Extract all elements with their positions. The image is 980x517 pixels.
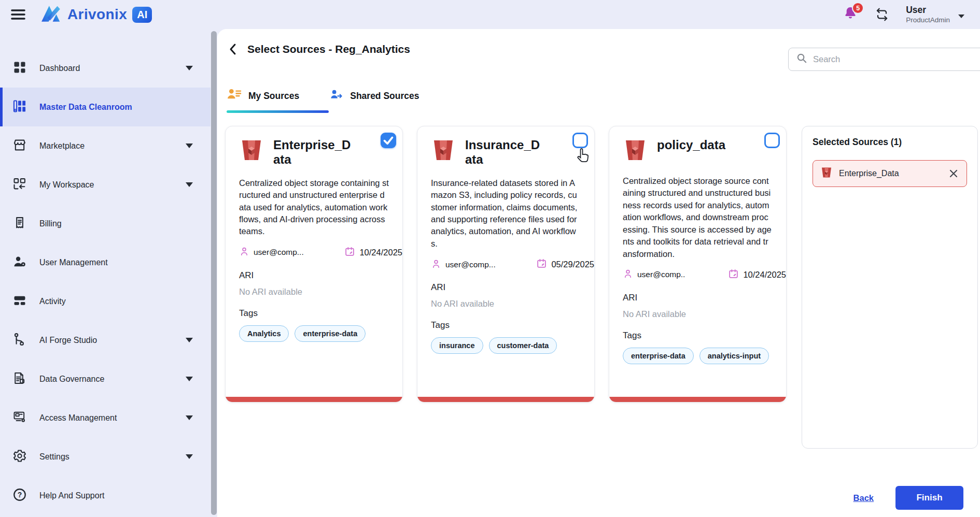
selected-sources-title: Selected Sources (1) xyxy=(813,137,967,148)
s3-bucket-icon xyxy=(820,166,833,181)
brand-logo[interactable]: Arivonix AI xyxy=(40,4,152,25)
brand-logo-icon xyxy=(40,4,62,25)
chevron-down-icon xyxy=(186,143,193,148)
sidebar-scrollbar[interactable] xyxy=(211,29,217,517)
calendar-icon xyxy=(344,246,355,259)
s3-bucket-icon xyxy=(239,138,264,167)
selected-sources-panel: Selected Sources (1) Enterprise_Data xyxy=(802,126,978,449)
search-icon xyxy=(796,52,808,66)
tag-pill: insurance xyxy=(431,337,483,354)
search-input[interactable] xyxy=(813,54,977,64)
sidebar-item-master-data-cleanroom[interactable]: Master Data Cleanroom xyxy=(0,88,211,126)
tag-pill: enterprise-data xyxy=(295,325,366,342)
top-bar: Arivonix AI 5 User ProductAdmin xyxy=(0,0,980,29)
source-checkbox[interactable] xyxy=(764,133,780,148)
selected-source-name: Enterprise_Data xyxy=(839,169,899,178)
dashboard-icon xyxy=(12,60,27,77)
sidebar: Dashboard Master Data Cleanroom Marketpl… xyxy=(0,29,211,517)
tags-label: Tags xyxy=(431,320,581,331)
selected-source-item[interactable]: Enterprise_Data xyxy=(813,160,967,187)
sidebar-item-access-management[interactable]: Access Management xyxy=(0,398,211,437)
gear-icon xyxy=(12,449,27,465)
tab-shared-sources[interactable]: Shared Sources xyxy=(329,87,419,113)
sidebar-item-label: Billing xyxy=(39,219,62,228)
sidebar-item-user-management[interactable]: User Management xyxy=(0,243,211,282)
sidebar-item-label: Help And Support xyxy=(39,491,104,500)
tag-pill: customer-data xyxy=(489,337,557,354)
chevron-down-icon xyxy=(958,15,964,18)
sidebar-item-ai-forge-studio[interactable]: AI Forge Studio xyxy=(0,321,211,360)
main-content: Select Sources - Reg_Analytics My Source… xyxy=(217,29,980,517)
ari-label: ARI xyxy=(623,293,773,303)
chevron-down-icon xyxy=(186,66,193,70)
notification-count-badge: 5 xyxy=(852,2,864,14)
source-checkbox[interactable] xyxy=(572,133,588,148)
source-owner: user@comp... xyxy=(254,248,304,257)
search-box[interactable] xyxy=(788,48,980,71)
tag-pill: analytics-input xyxy=(699,348,769,364)
chevron-down-icon xyxy=(186,182,193,187)
tab-my-sources[interactable]: My Sources xyxy=(227,87,299,113)
source-date: 10/24/2025 xyxy=(359,248,402,257)
chevron-down-icon xyxy=(186,415,193,420)
source-checkbox[interactable] xyxy=(381,133,396,148)
person-icon xyxy=(239,246,249,258)
page-title: Select Sources - Reg_Analytics xyxy=(247,43,410,55)
sidebar-item-label: Dashboard xyxy=(39,64,80,73)
sidebar-item-help-and-support[interactable]: ? Help And Support xyxy=(0,476,211,515)
tag-pill: Analytics xyxy=(239,325,289,342)
user-menu[interactable]: User ProductAdmin xyxy=(906,5,964,25)
brand-name: Arivonix xyxy=(67,6,127,23)
back-button[interactable]: Back xyxy=(853,493,874,503)
ari-value: No ARI available xyxy=(623,309,773,319)
user-name: User xyxy=(906,5,950,16)
shared-sources-icon xyxy=(329,88,343,104)
sidebar-item-label: Activity xyxy=(39,297,66,306)
source-card-policy-data[interactable]: policy_data Centralized object storage s… xyxy=(609,126,787,403)
sidebar-item-billing[interactable]: Billing xyxy=(0,204,211,243)
hamburger-menu-icon[interactable] xyxy=(9,6,27,23)
source-owner: user@comp... xyxy=(445,260,496,269)
notifications-button[interactable]: 5 xyxy=(843,6,858,23)
sidebar-item-label: Access Management xyxy=(39,413,117,423)
finish-button[interactable]: Finish xyxy=(895,486,963,510)
source-title: Enterprise_Data xyxy=(273,138,352,167)
user-management-icon xyxy=(12,254,27,271)
cleanroom-icon xyxy=(12,99,27,116)
sidebar-item-data-governance[interactable]: Data Governance xyxy=(0,360,211,398)
sidebar-item-activity[interactable]: Activity xyxy=(0,282,211,321)
back-arrow-icon[interactable] xyxy=(227,42,239,56)
source-title: policy_data xyxy=(657,138,736,165)
help-icon: ? xyxy=(12,487,27,504)
tags-label: Tags xyxy=(623,331,773,341)
remove-source-icon[interactable] xyxy=(948,168,959,179)
sidebar-item-dashboard[interactable]: Dashboard xyxy=(0,49,211,88)
switch-account-icon[interactable] xyxy=(874,6,890,23)
s3-bucket-icon xyxy=(431,138,456,167)
card-accent-bar xyxy=(417,397,594,402)
sidebar-item-my-workspace[interactable]: My Workspace xyxy=(0,165,211,204)
card-accent-bar xyxy=(609,397,786,402)
source-description: Centralized object storage source contai… xyxy=(623,175,773,260)
sidebar-item-marketplace[interactable]: Marketplace xyxy=(0,126,211,165)
scrollbar-thumb[interactable] xyxy=(211,31,217,515)
source-description: Centralized object storage containing st… xyxy=(239,177,389,238)
tab-label: My Sources xyxy=(248,91,299,102)
ai-forge-icon xyxy=(12,332,27,349)
chevron-down-icon xyxy=(186,338,193,342)
source-card-enterprise-data[interactable]: Enterprise_Data Centralized object stora… xyxy=(225,126,403,403)
card-accent-bar xyxy=(226,397,402,402)
chevron-down-icon xyxy=(186,454,193,459)
person-icon xyxy=(623,268,633,281)
activity-icon xyxy=(12,293,27,310)
marketplace-icon xyxy=(12,138,27,154)
user-role: ProductAdmin xyxy=(906,16,950,25)
source-card-insurance-data[interactable]: Insurance_Data Insurance-related dataset… xyxy=(417,126,595,403)
sidebar-item-label: My Workspace xyxy=(39,180,94,190)
sidebar-item-settings[interactable]: Settings xyxy=(0,437,211,476)
source-cards: Enterprise_Data Centralized object stora… xyxy=(225,126,787,403)
sidebar-item-label: AI Forge Studio xyxy=(39,336,97,345)
sidebar-item-label: Settings xyxy=(39,452,69,462)
ari-value: No ARI available xyxy=(431,299,581,309)
source-description: Insurance-related datasets stored in Ama… xyxy=(431,177,581,250)
